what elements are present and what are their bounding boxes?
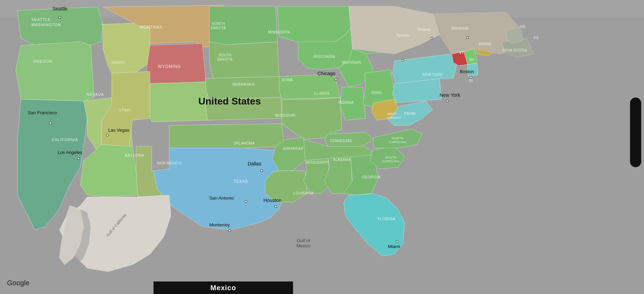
- svg-text:VT: VT: [459, 51, 464, 55]
- svg-text:Boston: Boston: [460, 69, 474, 74]
- svg-text:New York: New York: [440, 92, 460, 98]
- svg-text:Toronto: Toronto: [396, 33, 410, 37]
- svg-text:SOUTH: SOUTH: [218, 53, 232, 57]
- svg-text:MICHIGAN: MICHIGAN: [342, 61, 361, 64]
- svg-text:PE: PE: [534, 36, 539, 40]
- svg-point-108: [59, 16, 61, 18]
- svg-text:PENN: PENN: [404, 111, 416, 116]
- svg-text:San Antonio: San Antonio: [209, 195, 234, 201]
- svg-point-126: [446, 100, 448, 102]
- svg-text:DAKOTA: DAKOTA: [217, 57, 232, 61]
- svg-text:United States: United States: [199, 96, 261, 107]
- svg-text:OHIO: OHIO: [372, 91, 382, 95]
- svg-point-124: [335, 78, 337, 80]
- svg-text:NEBRASKA: NEBRASKA: [232, 82, 255, 86]
- svg-text:Los Angeles: Los Angeles: [58, 150, 82, 155]
- svg-text:Ottawa: Ottawa: [417, 27, 430, 31]
- map-svg: SEATTLE WASHINGTON OREGON CALIFORNIA NEV…: [0, 0, 644, 294]
- svg-text:MONTANA: MONTANA: [140, 25, 163, 30]
- svg-text:San Francisco: San Francisco: [28, 110, 57, 115]
- svg-text:MINNESOTA: MINNESOTA: [268, 30, 290, 34]
- svg-text:CAROLINA: CAROLINA: [382, 160, 399, 163]
- svg-text:Gulf of: Gulf of: [297, 238, 310, 243]
- svg-text:NB: NB: [520, 24, 525, 29]
- svg-text:DAKOTA: DAKOTA: [211, 26, 226, 30]
- svg-text:MAINE: MAINE: [479, 42, 492, 46]
- svg-text:SEATTLE: SEATTLE: [31, 17, 51, 22]
- svg-text:MISSOURI: MISSOURI: [275, 113, 295, 117]
- svg-text:Mexico: Mexico: [296, 243, 310, 248]
- svg-text:FLORIDA: FLORIDA: [377, 217, 395, 221]
- svg-point-133: [431, 37, 433, 39]
- svg-text:WASHINGTON: WASHINGTON: [31, 23, 61, 27]
- svg-text:Seattle: Seattle: [52, 6, 68, 11]
- mexico-label-bar: Mexico: [153, 281, 293, 294]
- svg-text:NOVA SCOTIA: NOVA SCOTIA: [502, 48, 527, 52]
- svg-text:Monterrey: Monterrey: [209, 222, 230, 227]
- svg-text:ARKANSAS: ARKANSAS: [283, 147, 303, 150]
- svg-text:TENNESSEE: TENNESSEE: [330, 139, 352, 143]
- svg-text:IOWA: IOWA: [282, 78, 293, 82]
- svg-point-114: [106, 134, 108, 136]
- svg-point-112: [77, 157, 80, 160]
- svg-text:ARIZONA: ARIZONA: [125, 153, 144, 157]
- svg-point-132: [402, 59, 404, 61]
- svg-text:VIRGINIA: VIRGINIA: [387, 116, 401, 119]
- svg-text:NH: NH: [469, 58, 474, 62]
- svg-text:WEST: WEST: [387, 112, 397, 116]
- svg-text:Houston: Houston: [263, 198, 282, 203]
- svg-text:SOUTH: SOUTH: [385, 156, 397, 159]
- svg-text:MISSISSIPPI: MISSISSIPPI: [306, 161, 329, 164]
- svg-text:TEXAS: TEXAS: [233, 179, 248, 184]
- svg-text:NORTH: NORTH: [392, 137, 404, 140]
- svg-text:LOUISIANA: LOUISIANA: [293, 191, 314, 195]
- svg-point-120: [275, 206, 277, 208]
- svg-text:UTAH: UTAH: [119, 108, 130, 112]
- svg-point-128: [470, 76, 472, 78]
- svg-text:WYOMING: WYOMING: [158, 64, 181, 69]
- svg-text:Miami: Miami: [388, 244, 400, 249]
- svg-point-134: [466, 37, 469, 39]
- svg-text:IDAHO: IDAHO: [112, 60, 126, 64]
- svg-text:NEW YORK: NEW YORK: [422, 73, 443, 77]
- svg-marker-17: [169, 124, 284, 150]
- svg-text:NEVADA: NEVADA: [87, 92, 104, 96]
- svg-text:Montreal: Montreal: [451, 26, 468, 31]
- scrollbar-pill[interactable]: [630, 98, 641, 167]
- map-container: SEATTLE WASHINGTON OREGON CALIFORNIA NEV…: [0, 0, 644, 294]
- svg-point-116: [261, 170, 263, 172]
- svg-marker-8: [147, 44, 206, 84]
- svg-point-130: [396, 241, 398, 243]
- svg-text:ALABAMA: ALABAMA: [333, 158, 351, 162]
- svg-text:Las Vegas: Las Vegas: [108, 127, 129, 133]
- svg-text:CALIFORNIA: CALIFORNIA: [52, 138, 78, 142]
- svg-text:INDIANA: INDIANA: [338, 101, 354, 105]
- svg-text:OKLAHOMA: OKLAHOMA: [234, 141, 255, 145]
- svg-text:Chicago: Chicago: [317, 71, 336, 76]
- svg-text:GEORGIA: GEORGIA: [362, 175, 381, 179]
- svg-point-118: [245, 200, 247, 202]
- svg-text:CAROLINA: CAROLINA: [389, 140, 406, 144]
- svg-text:OREGON: OREGON: [33, 59, 52, 63]
- svg-point-122: [229, 230, 231, 232]
- svg-marker-3: [16, 42, 94, 101]
- svg-text:NORTH: NORTH: [212, 22, 225, 26]
- svg-text:WISCONSIN: WISCONSIN: [314, 55, 335, 59]
- svg-text:NEW MEXICO: NEW MEXICO: [157, 161, 182, 165]
- svg-text:Dallas: Dallas: [248, 161, 261, 167]
- svg-marker-19: [277, 6, 351, 44]
- svg-text:ILLINOIS: ILLINOIS: [314, 92, 329, 95]
- svg-point-110: [50, 122, 52, 124]
- svg-text:RI: RI: [469, 79, 473, 83]
